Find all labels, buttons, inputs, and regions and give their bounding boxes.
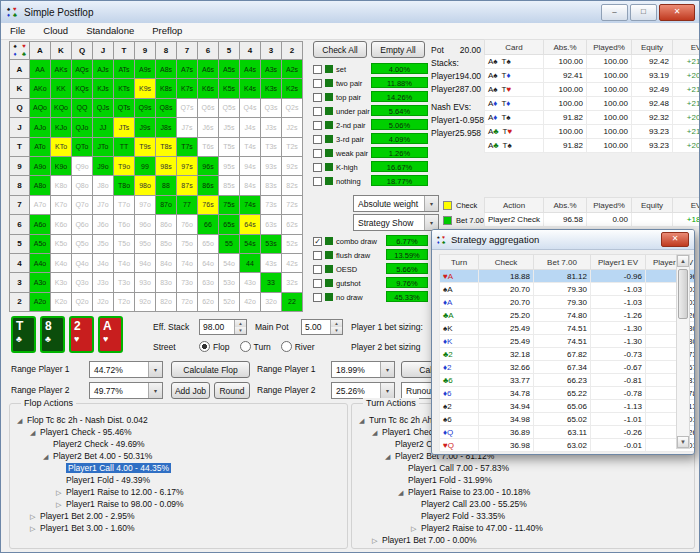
matrix-cell-63s[interactable]: 63s	[261, 215, 282, 234]
matrix-cell-KJs[interactable]: KJs	[93, 79, 114, 98]
matrix-cell-A3s[interactable]: A3s	[261, 60, 282, 79]
matrix-cell-ATo[interactable]: ATo	[30, 138, 51, 157]
matrix-cell-A4s[interactable]: A4s	[240, 60, 261, 79]
turn-action-node[interactable]: Player1 Call 7.00 - 57.83%	[357, 462, 689, 474]
flop-action-node[interactable]: ◢Flop Tc 8c 2h - Nash Dist. 0.042	[15, 414, 341, 426]
matrix-cell-95s[interactable]: 95s	[219, 157, 240, 176]
matrix-cell-T9s[interactable]: T9s	[135, 138, 156, 157]
matrix-cell-J3s[interactable]: J3s	[261, 118, 282, 137]
matrix-cell-Q4o[interactable]: Q4o	[72, 254, 93, 273]
matrix-cell-T2s[interactable]: T2s	[282, 138, 303, 157]
add-job-button[interactable]: Add Job	[171, 382, 210, 399]
maximize-button[interactable]: □	[630, 4, 657, 21]
matrix-cell-A7o[interactable]: A7o	[30, 196, 51, 215]
matrix-cell-99[interactable]: 99	[135, 157, 156, 176]
matrix-cell-85o[interactable]: 85o	[156, 235, 177, 254]
strategy-aggregation-window[interactable]: ♠♥♦♣ Strategy aggregation ✕ TurnCheckBet…	[431, 229, 695, 455]
matrix-cell-JTo[interactable]: JTo	[93, 138, 114, 157]
matrix-cell-54o[interactable]: 54o	[219, 254, 240, 273]
matrix-cell-92s[interactable]: 92s	[282, 157, 303, 176]
matrix-cell-A8o[interactable]: A8o	[30, 176, 51, 195]
matrix-cell-A5s[interactable]: A5s	[219, 60, 240, 79]
matrix-cell-32s[interactable]: 32s	[282, 273, 303, 292]
matrix-cell-97o[interactable]: 97o	[135, 196, 156, 215]
range-player1-select[interactable]: 44.72% ▾	[89, 361, 163, 378]
flop-action-node[interactable]: Player1 Call 4.00 - 44.35%	[15, 462, 341, 474]
tree-closed-icon[interactable]: ▷	[30, 523, 40, 535]
tree-open-icon[interactable]: ◢	[398, 487, 408, 499]
menu-item-file[interactable]: File	[1, 23, 34, 39]
matrix-cell-94s[interactable]: 94s	[240, 157, 261, 176]
matrix-cell-T8o[interactable]: T8o	[114, 176, 135, 195]
matrix-cell-76s[interactable]: 76s	[198, 196, 219, 215]
matrix-cell-87s[interactable]: 87s	[177, 176, 198, 195]
aggregation-row[interactable]: ♦K25.4974.51-1.306.30	[440, 335, 696, 348]
matrix-cell-Q2s[interactable]: Q2s	[282, 99, 303, 118]
matrix-cell-94o[interactable]: 94o	[135, 254, 156, 273]
flop-action-node[interactable]: Player2 Check - 49.69%	[15, 438, 341, 450]
matrix-cell-A6o[interactable]: A6o	[30, 215, 51, 234]
card-table-row[interactable]: A♠T♦92.41100.0093.19+20.957	[485, 69, 700, 83]
matrix-cell-T7s[interactable]: T7s	[177, 138, 198, 157]
matrix-cell-Q7s[interactable]: Q7s	[177, 99, 198, 118]
flop-action-node[interactable]: ▷Player1 Raise to 98.00 - 0.09%	[15, 498, 341, 510]
matrix-cell-T6o[interactable]: T6o	[114, 215, 135, 234]
aggregation-row[interactable]: ♠K25.4974.51-1.306.30	[440, 322, 696, 335]
checkbox-weak-pair[interactable]	[313, 149, 322, 158]
matrix-cell-88[interactable]: 88	[156, 176, 177, 195]
flop-action-node[interactable]: ◢Player1 Check - 95.46%	[15, 426, 341, 438]
street-radio-flop[interactable]: Flop	[199, 341, 230, 352]
matrix-cell-65s[interactable]: 65s	[219, 215, 240, 234]
checkbox-nothing[interactable]	[313, 177, 322, 186]
aggregation-row[interactable]: ♦A20.7079.30-1.036.03	[440, 296, 696, 309]
matrix-cell-T9o[interactable]: T9o	[114, 157, 135, 176]
matrix-cell-96o[interactable]: 96o	[135, 215, 156, 234]
card-table-row[interactable]: A♣T♥100.00100.0093.23+21.232	[485, 125, 700, 139]
checkbox-no-draw[interactable]	[313, 293, 322, 302]
matrix-cell-75s[interactable]: 75s	[219, 196, 240, 215]
matrix-cell-84o[interactable]: 84o	[156, 254, 177, 273]
matrix-cell-86o[interactable]: 86o	[156, 215, 177, 234]
matrix-cell-Q6s[interactable]: Q6s	[198, 99, 219, 118]
checkbox-K-high[interactable]	[313, 163, 322, 172]
matrix-cell-98o[interactable]: 98o	[135, 176, 156, 195]
tree-open-icon[interactable]: ◢	[385, 451, 395, 463]
check-all-button[interactable]: Check All	[313, 41, 367, 58]
matrix-cell-84s[interactable]: 84s	[240, 176, 261, 195]
turn-action-node[interactable]: ▷Player1 Bet 7.00 - 0.00%	[357, 534, 689, 546]
matrix-cell-Q4s[interactable]: Q4s	[240, 99, 261, 118]
menu-item-preflop[interactable]: Preflop	[143, 23, 191, 39]
matrix-cell-42s[interactable]: 42s	[282, 254, 303, 273]
matrix-cell-73s[interactable]: 73s	[261, 196, 282, 215]
matrix-cell-72s[interactable]: 72s	[282, 196, 303, 215]
matrix-cell-J5o[interactable]: J5o	[93, 235, 114, 254]
minimize-button[interactable]: –	[601, 4, 628, 21]
matrix-cell-J9o[interactable]: J9o	[93, 157, 114, 176]
matrix-cell-QJs[interactable]: QJs	[93, 99, 114, 118]
matrix-cell-KTs[interactable]: KTs	[114, 79, 135, 98]
matrix-cell-96s[interactable]: 96s	[198, 157, 219, 176]
matrix-cell-97s[interactable]: 97s	[177, 157, 198, 176]
scroll-down-icon[interactable]: ▼	[677, 436, 689, 448]
matrix-cell-K5o[interactable]: K5o	[51, 235, 72, 254]
matrix-cell-K7o[interactable]: K7o	[51, 196, 72, 215]
matrix-cell-43s[interactable]: 43s	[261, 254, 282, 273]
aggregation-row[interactable]: ♦634.7865.22-0.785.78	[440, 387, 696, 400]
empty-all-button[interactable]: Empty All	[371, 41, 425, 58]
matrix-cell-JJ[interactable]: JJ	[93, 118, 114, 137]
aggregation-row[interactable]: ♣A25.2074.80-1.266.26	[440, 309, 696, 322]
strategy-show-select[interactable]: Strategy Show ▾	[353, 214, 439, 231]
matrix-cell-AKo[interactable]: AKo	[30, 79, 51, 98]
flop-action-node[interactable]: ▷Player1 Bet 3.00 - 1.60%	[15, 522, 341, 534]
card-table-row[interactable]: A♠T♥100.00100.0092.49+21.254	[485, 83, 700, 97]
matrix-cell-J7s[interactable]: J7s	[177, 118, 198, 137]
matrix-cell-K4s[interactable]: K4s	[240, 79, 261, 98]
round-button[interactable]: Round	[214, 382, 250, 399]
matrix-cell-K7s[interactable]: K7s	[177, 79, 198, 98]
matrix-cell-K3s[interactable]: K3s	[261, 79, 282, 98]
matrix-cell-T4s[interactable]: T4s	[240, 138, 261, 157]
turn-action-node[interactable]: Player2 Fold - 33.35%	[357, 510, 689, 522]
matrix-cell-AQs[interactable]: AQs	[72, 60, 93, 79]
matrix-cell-KQs[interactable]: KQs	[72, 79, 93, 98]
matrix-cell-AQo[interactable]: AQo	[30, 99, 51, 118]
